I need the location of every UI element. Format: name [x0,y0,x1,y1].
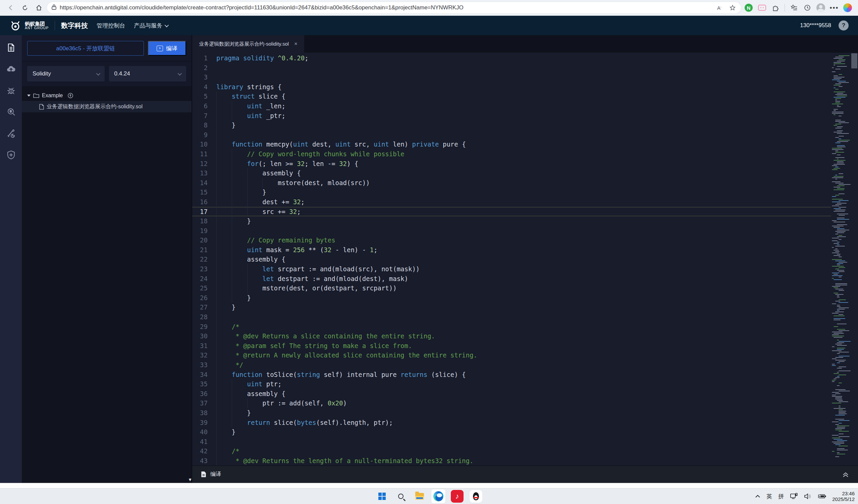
code-line[interactable]: 34 function toSlice(string self) interna… [192,370,831,379]
code-line[interactable]: 25 mstore(dest, or(destpart, srcpart)) [192,283,831,293]
sync-upload-icon[interactable] [67,93,74,99]
code-line[interactable]: 12 for(; len >= 32; len -= 32) { [192,159,831,169]
code-line[interactable]: 23 let srcpart := and(mload(src), not(ma… [192,264,831,274]
code-line[interactable]: 13 assembly { [192,168,831,178]
code-line[interactable]: 5 struct slice { [192,92,831,101]
shield-plus-icon[interactable] [6,150,16,160]
code-line[interactable]: 39 return slice(bytes(self).length, ptr)… [192,418,831,427]
tv-extension-icon[interactable] [757,2,768,13]
history-button[interactable] [801,2,813,13]
code-lines[interactable]: 1pragma solidity ^0.4.20;234library stri… [192,53,831,466]
code-line[interactable]: 21 uint mask = 256 ** (32 - len) - 1; [192,245,831,255]
code-line[interactable]: 14 mstore(dest, mload(src)) [192,178,831,188]
code-line[interactable]: 27 } [192,303,831,312]
code-line[interactable]: 11 // Copy word-length chunks while poss… [192,149,831,159]
version-select[interactable]: 0.4.24 [109,66,187,81]
code-line[interactable]: 7 uint _ptr; [192,111,831,121]
code-line[interactable]: 19 [192,226,831,236]
code-line[interactable]: 24 let destpart := and(mload(dest), mask… [192,274,831,284]
language-select[interactable]: Solidity [27,66,105,81]
qq-button[interactable] [469,489,483,503]
tray-expand-icon[interactable] [755,494,760,498]
code-line[interactable]: 29 /* [192,322,831,332]
code-line[interactable]: 16 dest += 32; [192,197,831,207]
collections-button[interactable] [788,2,800,13]
code-line[interactable]: 32 * @return A newly allocated slice con… [192,351,831,360]
code-line[interactable]: 3 [192,72,831,82]
cloud-upload-icon[interactable] [6,64,16,74]
tree-file-item[interactable]: 业务逻辑数据浏览器展示合约-solidity.sol [22,101,192,112]
code-line[interactable]: 28 [192,312,831,322]
netease-music-button[interactable]: ♪ [450,489,464,503]
file-explorer-button[interactable] [413,489,427,503]
extensions-puzzle-button[interactable] [770,2,781,13]
code-line[interactable]: 1pragma solidity ^0.4.20; [192,53,831,63]
bug-search-icon[interactable] [6,107,16,117]
code-line[interactable]: 2 [192,63,831,73]
code-line[interactable]: 33 */ [192,360,831,370]
code-line[interactable]: 15 } [192,188,831,197]
expand-panel-icon[interactable] [842,471,849,478]
tray-clock[interactable]: 23:46 2025/5/12 [832,491,855,502]
code-line[interactable]: 17 src += 32; [192,207,831,217]
scrollbar-thumb[interactable] [851,53,857,68]
code-line[interactable]: 30 * @dev Returns a slice containing the… [192,331,831,341]
battery-icon[interactable] [817,493,826,499]
read-aloud-button[interactable]: A⁾ [714,3,724,13]
code-line[interactable]: 43 * @dev Returns the length of a null-t… [192,456,831,466]
search-button[interactable] [394,489,408,503]
code-line[interactable]: 26 } [192,293,831,303]
home-button[interactable] [33,2,45,14]
cast-icon[interactable] [790,493,798,500]
caret-down-icon[interactable] [27,95,31,97]
code-line[interactable]: 41 [192,437,831,447]
code-line[interactable]: 6 uint _len; [192,101,831,111]
code-line[interactable]: 4library strings { [192,82,831,92]
code-line[interactable]: 22 assembly { [192,255,831,264]
tools-icon[interactable] [6,128,16,139]
folder-name: Example [42,93,63,99]
ant-group-logo[interactable]: 蚂蚁集团 ANT GROUP [10,19,49,32]
tab-active[interactable]: 业务逻辑数据浏览器展示合约-solidity.sol × [192,35,304,53]
minimap-content[interactable] [831,53,851,466]
refresh-button[interactable] [19,2,31,14]
code-line[interactable]: 8 } [192,120,831,130]
tab-close-icon[interactable]: × [294,40,298,47]
code-line[interactable]: 37 ptr := add(self, 0x20) [192,399,831,408]
copilot-button[interactable] [842,2,853,13]
editor-scrollbar[interactable] [851,53,858,466]
code-line[interactable]: 10 function memcpy(uint dest, uint src, … [192,140,831,149]
n-extension-icon[interactable]: N [743,2,754,13]
nav-console-link[interactable]: 管理控制台 [97,22,125,30]
profile-button[interactable] [815,2,826,13]
back-button[interactable] [5,2,17,14]
favorite-star-button[interactable] [728,3,737,13]
code-line[interactable]: 38 } [192,408,831,418]
code-line[interactable]: 31 * @param self The string to make a sl… [192,341,831,351]
start-button[interactable] [375,489,389,503]
code-line[interactable]: 18 } [192,216,831,226]
code-line[interactable]: 42 /* [192,446,831,456]
code-line[interactable]: 35 uint ptr; [192,379,831,389]
account-phone[interactable]: 130****9558 [800,22,831,29]
ime-language[interactable]: 英 [766,492,772,500]
bug-icon[interactable] [6,85,16,96]
chain-select-button[interactable]: a00e36c5 - 开放联盟链 [27,41,144,56]
panel-resize-arrow-icon[interactable]: ▼ [188,477,192,482]
nav-products-menu[interactable]: 产品与服务 [134,22,168,30]
code-line[interactable]: 36 assembly { [192,389,831,399]
code-line[interactable]: 9 [192,130,831,140]
files-icon[interactable] [6,43,16,53]
compile-button[interactable]: > 编译 [148,41,186,56]
edge-button[interactable] [431,489,445,503]
volume-icon[interactable] [804,493,811,499]
url-text[interactable]: https://openchain.antdigital.com/cloudid… [60,4,711,11]
address-bar[interactable]: https://openchain.antdigital.com/cloudid… [47,2,741,13]
tree-folder-example[interactable]: Example [22,90,192,101]
help-button[interactable]: ? [839,20,848,31]
ime-mode[interactable]: 拼 [778,492,784,500]
compile-output-label[interactable]: 编译 [210,471,221,478]
code-line[interactable]: 20 // Copy remaining bytes [192,235,831,245]
more-menu-button[interactable]: ••• [828,2,840,13]
code-line[interactable]: 40 } [192,427,831,437]
